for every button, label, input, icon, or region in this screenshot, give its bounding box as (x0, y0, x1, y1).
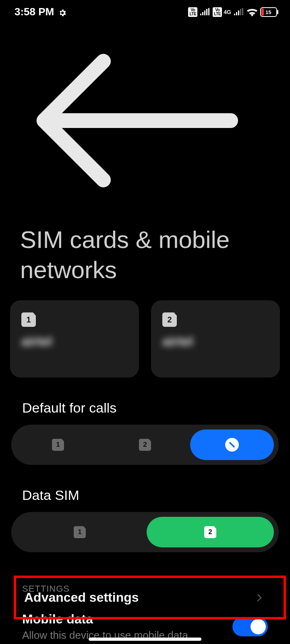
sim-card-1-text: airtel (21, 334, 128, 351)
advanced-settings-highlight: Advanced settings (14, 576, 286, 619)
data-sim-label: Data SIM (0, 465, 290, 512)
sim-chip-icon: 1 (74, 526, 86, 538)
status-bar: 3:58 PM VoLTE VoLTE 4G 15 (0, 0, 290, 24)
page-title: SIM cards & mobile networks (0, 211, 290, 300)
default-calls-segmented: 1 2 (11, 425, 279, 465)
sim-1-name: airtel (21, 334, 128, 349)
sim-cards-row: 1 airtel 2 airtel (0, 300, 290, 378)
clock: 3:58 PM (14, 6, 54, 18)
svg-rect-1 (261, 8, 264, 16)
gesture-bar[interactable] (89, 638, 201, 641)
signal-sim1-icon (200, 8, 210, 16)
battery-percent: 15 (265, 9, 271, 15)
sim-2-name: airtel (162, 334, 269, 349)
sim-chip-icon: 1 (21, 312, 36, 327)
signal-sim2-icon (234, 8, 244, 16)
volte-sim1-icon: VoLTE (188, 7, 197, 17)
volte-sim2-icon: VoLTE (213, 7, 222, 17)
sim-card-2[interactable]: 2 airtel (151, 300, 280, 378)
svg-rect-2 (277, 10, 278, 14)
chevron-right-icon (255, 593, 264, 603)
advanced-settings-row[interactable]: Advanced settings (16, 578, 284, 617)
status-bar-right: VoLTE VoLTE 4G 15 (188, 7, 279, 17)
header-row (0, 24, 290, 211)
fourg-icon: 4G (224, 9, 231, 15)
advanced-settings-title: Advanced settings (24, 590, 139, 605)
sim-chip-icon: 2 (162, 312, 177, 327)
default-calls-label: Default for calls (0, 378, 290, 425)
default-calls-sim1[interactable]: 1 (16, 429, 100, 460)
wifi-icon (246, 8, 258, 17)
back-arrow-icon[interactable] (19, 200, 290, 206)
data-sim-sim2[interactable]: 2 (147, 517, 274, 547)
mobile-data-toggle[interactable] (232, 617, 268, 636)
sim-card-2-text: airtel (162, 334, 269, 351)
sim-card-1[interactable]: 1 airtel (10, 300, 139, 378)
pencil-circle-icon (225, 438, 239, 452)
data-sim-segmented: 1 2 (11, 512, 279, 552)
default-calls-ask[interactable] (190, 429, 274, 460)
sim-chip-icon: 1 (52, 439, 64, 451)
gear-icon (58, 8, 67, 17)
sim-chip-icon: 2 (139, 439, 151, 451)
status-bar-left: 3:58 PM (14, 6, 67, 18)
sim-chip-icon: 2 (204, 526, 216, 538)
data-sim-sim1[interactable]: 1 (16, 517, 143, 547)
default-calls-sim2[interactable]: 2 (103, 429, 187, 460)
battery-icon: 15 (260, 7, 279, 17)
